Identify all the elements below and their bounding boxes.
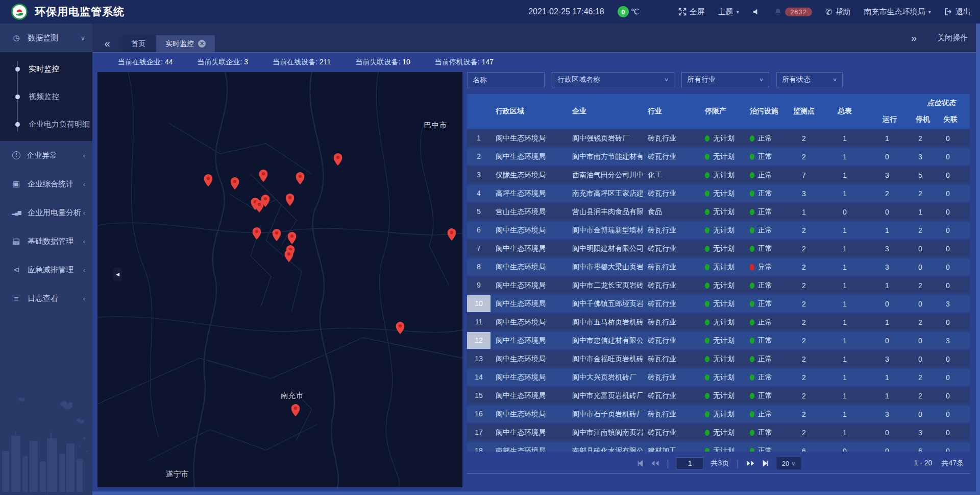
sidebar-item-7[interactable]: ≡日志查看‹ [0, 284, 92, 313]
sidebar-item-label: 应急减排管理 [28, 265, 74, 275]
table-row[interactable]: 6阆中生态环境局阆中市金博瑞新型墙材砖瓦行业无计划正常21120 [467, 222, 970, 239]
app-header: 环保用电监管系统 2021-02-25 17:46:18 0 ℃ 全屏 主题 ▾… [0, 0, 980, 23]
close-operations-button[interactable]: 关闭操作 [937, 33, 968, 43]
sidebar-item-3[interactable]: ▣企业综合统计‹ [0, 170, 92, 198]
table-row[interactable]: 17阆中生态环境局阆中市江南镇阆南页岩砖瓦行业无计划正常21030 [467, 424, 970, 441]
filter-bar: 行政区域名称 ∨ 所有行业 ∨ 所有状态 ∨ [467, 72, 970, 87]
facility-status-label: 正常 [758, 428, 772, 437]
map-pin-icon[interactable] [396, 322, 405, 336]
sidebar-item-2[interactable]: !企业异常‹ [0, 141, 92, 170]
cell-points: 2 [786, 318, 822, 326]
table-row[interactable]: 10阆中生态环境局阆中千佛镇五郎垭页岩砖瓦行业无计划正常21003 [467, 295, 970, 312]
cell-company: 阆中市金福旺页岩机砖 [567, 355, 643, 364]
map-pin-icon[interactable] [288, 232, 297, 246]
table-row[interactable]: 12阆中生态环境局阆中市忠信建材有限公砖瓦行业无计划正常21003 [467, 332, 970, 349]
stat-label: 当前在线企业: [118, 58, 163, 66]
map-pin-icon[interactable] [261, 195, 270, 209]
map-pin-icon[interactable] [204, 174, 213, 188]
status-dot-green [750, 282, 754, 289]
horizontal-scrollbar[interactable] [0, 491, 980, 495]
tab-home[interactable]: 首页 [122, 35, 155, 52]
map-pin-icon[interactable] [296, 172, 305, 186]
map-panel[interactable]: 巴中市南充市遂宁市 [97, 72, 462, 487]
status-filter-select[interactable]: 所有状态 ∨ [776, 72, 843, 87]
cell-company: 阆中市石子页岩机砖厂 [567, 410, 643, 419]
cell-facility-status: 正常 [745, 446, 786, 452]
status-dot-green [750, 172, 754, 178]
table-row[interactable]: 3仪陇生态环境局西南油气田分公司川中化工无计划正常71350 [467, 167, 970, 183]
sidebar-subitem[interactable]: 企业电力负荷明细 [0, 110, 92, 138]
facility-status-label: 正常 [758, 318, 772, 327]
map-pin-icon[interactable] [448, 228, 456, 243]
table-row[interactable]: 16阆中生态环境局阆中市石子页岩机砖厂砖瓦行业无计划正常21300 [467, 406, 970, 422]
last-page-icon[interactable] [762, 460, 769, 467]
cell-industry: 砖瓦行业 [643, 318, 700, 327]
sidebar-subitem[interactable]: 视频监控 [0, 83, 92, 110]
table-row[interactable]: 9阆中生态环境局阆中市二龙长宝页岩砖砖瓦行业无计划正常21120 [467, 277, 970, 294]
name-filter-input[interactable] [467, 72, 545, 87]
status-dot-green [750, 393, 754, 399]
cell-stop: 1 [907, 208, 934, 216]
help-button[interactable]: ✆ 帮助 [825, 7, 850, 17]
facility-status-label: 正常 [758, 152, 772, 161]
table-row[interactable]: 15阆中生态环境局阆中市光富页岩机砖厂砖瓦行业无计划正常21120 [467, 387, 970, 404]
page-number-input[interactable] [676, 457, 704, 469]
mute-button[interactable] [752, 8, 761, 16]
map-pin-icon[interactable] [286, 194, 295, 208]
sidebar-item-label: 企业综合统计 [28, 179, 74, 189]
tabs-scroll-left-icon[interactable]: « [92, 35, 122, 52]
map-pin-icon[interactable] [259, 170, 268, 184]
first-page-icon[interactable] [636, 460, 643, 467]
close-icon[interactable]: ✕ [198, 40, 206, 48]
limit-status-label: 无计划 [713, 281, 734, 290]
cell-facility-status: 正常 [745, 391, 786, 400]
cell-stop: 0 [907, 355, 934, 363]
table-row[interactable]: 7阆中生态环境局阆中明阳建材有限公司砖瓦行业无计划正常21300 [467, 240, 970, 257]
region-filter-select[interactable]: 行政区域名称 ∨ [552, 72, 674, 87]
alert-icon: ! [12, 151, 20, 159]
map-pin-icon[interactable] [291, 404, 300, 418]
table-row[interactable]: 13阆中生态环境局阆中市金福旺页岩机砖砖瓦行业无计划正常21300 [467, 350, 970, 367]
map-pin-icon[interactable] [273, 229, 281, 243]
fullscreen-button[interactable]: 全屏 [678, 7, 705, 17]
table-row[interactable]: 5营山生态环境局营山县润丰肉食品有限食品无计划正常10010 [467, 203, 970, 220]
table-row[interactable]: 14阆中生态环境局阆中大兴页岩机砖厂砖瓦行业无计划正常21120 [467, 369, 970, 386]
tab-realtime-monitor[interactable]: 实时监控 ✕ [156, 35, 215, 52]
map-pin-icon[interactable] [231, 177, 239, 192]
cell-lost: 0 [934, 208, 962, 216]
vertical-scrollbar[interactable] [976, 23, 980, 491]
map-pin-icon[interactable] [253, 227, 261, 242]
logout-button[interactable]: 退出 [944, 7, 971, 17]
table-row[interactable]: 18南部生态环境局南部县砖化水泥有限公建材加工无计划正常60060 [467, 442, 970, 452]
facility-status-label: 正常 [758, 355, 772, 364]
org-menu[interactable]: 南充市生态环境局 ▾ [864, 7, 931, 17]
notifications-button[interactable]: 2632 [774, 8, 812, 16]
prev-page-icon[interactable] [650, 460, 659, 467]
table-row[interactable]: 11阆中生态环境局阆中市五马桥页岩机砖砖瓦行业无计划正常21120 [467, 314, 970, 331]
cell-run: 1 [867, 392, 907, 400]
industry-filter-select[interactable]: 所有行业 ∨ [681, 72, 769, 87]
map-pin-icon[interactable] [334, 153, 342, 168]
sidebar-item-6[interactable]: ⊲应急减排管理‹ [0, 255, 92, 284]
sidebar-item-5[interactable]: ▤基础数据管理‹ [0, 227, 92, 255]
status-dot-green [750, 374, 754, 381]
table-row[interactable]: 1阆中生态环境局阆中强锐页岩砖厂砖瓦行业无计划正常21120 [467, 130, 970, 147]
theme-menu[interactable]: 主题 ▾ [718, 7, 740, 17]
map-collapse-handle[interactable]: ◀ [113, 268, 122, 281]
next-page-icon[interactable] [746, 460, 755, 467]
tabs-scroll-right-icon[interactable]: » [911, 32, 917, 44]
sidebar-item-1[interactable]: ◷数据监测∨ [0, 23, 92, 52]
table-row[interactable]: 4高坪生态环境局南充市高坪区王家店建砖瓦行业无计划正常31220 [467, 185, 970, 202]
cell-company: 阆中市五马桥页岩机砖 [567, 318, 643, 327]
sidebar-item-4[interactable]: ▂▄▆企业用电量分析‹ [0, 198, 92, 227]
limit-status-label: 无计划 [713, 207, 734, 217]
table-row[interactable]: 2阆中生态环境局阆中市南方节能建材有砖瓦行业无计划正常21030 [467, 148, 970, 165]
cell-points: 2 [786, 429, 822, 437]
cell-limit-status: 无计划 [700, 189, 745, 198]
stat-value: 44 [165, 58, 173, 66]
page-size-select[interactable]: 20 ∨ [776, 457, 801, 469]
cell-points: 1 [786, 208, 822, 216]
sidebar-subitem[interactable]: 实时监控 [0, 55, 92, 83]
map-pin-icon[interactable] [285, 250, 293, 264]
table-row[interactable]: 8阆中生态环境局阆中市枣碧大梁山页岩砖瓦行业无计划异常21300 [467, 258, 970, 275]
